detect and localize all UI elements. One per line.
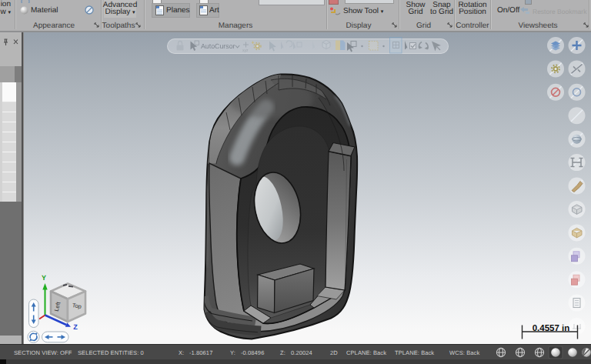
svg-text:0.4557 in: 0.4557 in: [533, 324, 570, 333]
svg-text:Y: Y: [42, 274, 46, 282]
svg-text:Z: Z: [73, 323, 78, 331]
svg-text:xyz: xyz: [242, 48, 249, 53]
svg-text:AutoCursor: AutoCursor: [201, 42, 235, 50]
